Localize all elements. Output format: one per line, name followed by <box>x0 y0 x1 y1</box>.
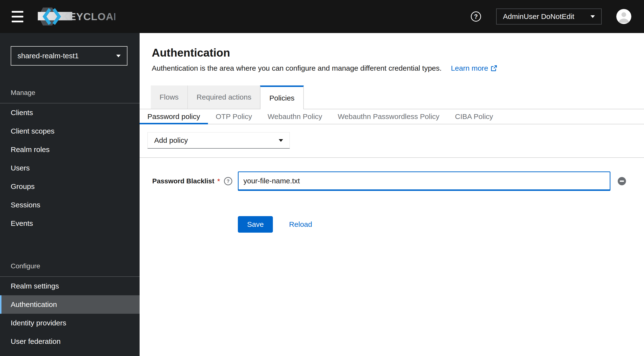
nav-section-title-configure: Configure <box>11 262 140 270</box>
avatar-person-icon <box>616 9 631 24</box>
form-row-password-blacklist: Password Blacklist * ? <box>152 172 632 191</box>
hamburger-bar <box>12 11 23 13</box>
minus-circle-icon <box>618 177 626 185</box>
sidebar-item-events[interactable]: Events <box>0 214 140 233</box>
subtab-ciba-policy[interactable]: CIBA Policy <box>447 109 501 124</box>
keycloak-admin-console: KEYCLOAK ? AdminUser DoNotEdit shared-re… <box>0 0 644 356</box>
sidebar-item-sessions[interactable]: Sessions <box>0 196 140 214</box>
learn-more-label: Learn more <box>451 64 488 72</box>
sidebar-item-realm-settings[interactable]: Realm settings <box>0 277 140 295</box>
external-link-icon <box>490 65 497 72</box>
field-label-group: Password Blacklist * ? <box>152 177 238 185</box>
add-policy-select[interactable]: Add policy <box>148 132 290 149</box>
subtabs-strip: Password policy OTP Policy Webauthn Poli… <box>140 109 644 124</box>
sidebar-item-identity-providers[interactable]: Identity providers <box>0 314 140 332</box>
password-policy-form: Password Blacklist * ? Save Reload <box>140 158 644 233</box>
sidebar-item-clients[interactable]: Clients <box>0 103 140 122</box>
subtab-password-policy[interactable]: Password policy <box>140 109 208 124</box>
masthead: KEYCLOAK ? AdminUser DoNotEdit <box>0 0 644 33</box>
tab-required-actions[interactable]: Required actions <box>187 85 260 109</box>
sidebar-item-authentication[interactable]: Authentication <box>0 295 140 314</box>
chevron-down-icon <box>590 15 595 18</box>
realm-selector-value: shared-realm-test1 <box>18 52 79 60</box>
remove-policy-button[interactable] <box>618 177 626 185</box>
page-title: Authentication <box>152 46 632 59</box>
learn-more-link[interactable]: Learn more <box>451 64 497 72</box>
sidebar-item-users[interactable]: Users <box>0 159 140 177</box>
field-help-icon[interactable]: ? <box>224 177 232 185</box>
chevron-down-icon <box>279 139 283 142</box>
required-indicator: * <box>217 177 220 185</box>
reload-link[interactable]: Reload <box>289 220 312 228</box>
page-description: Authentication is the area where you can… <box>152 64 442 72</box>
sidebar-item-realm-roles[interactable]: Realm roles <box>0 140 140 159</box>
sidebar-item-groups[interactable]: Groups <box>0 177 140 196</box>
sidebar-nav: shared-realm-test1 Manage Clients Client… <box>0 33 140 356</box>
policy-toolbar: Add policy <box>140 124 644 157</box>
hamburger-bar <box>12 21 23 22</box>
help-icon[interactable]: ? <box>471 11 481 22</box>
save-button[interactable]: Save <box>238 216 273 233</box>
password-blacklist-input[interactable] <box>238 172 610 191</box>
page-head: Authentication Authentication is the are… <box>140 33 644 72</box>
brand-wordmark: KEYCLOAK <box>62 11 115 22</box>
sidebar-item-user-federation[interactable]: User federation <box>0 332 140 351</box>
tab-flows[interactable]: Flows <box>151 85 187 109</box>
nav-toggle-hamburger-icon[interactable] <box>12 11 23 22</box>
nav-section-title-manage: Manage <box>11 89 140 97</box>
hamburger-bar <box>12 16 23 17</box>
masthead-right: ? AdminUser DoNotEdit <box>471 8 631 24</box>
subtab-webauthn-policy[interactable]: Webauthn Policy <box>260 109 330 124</box>
field-label: Password Blacklist <box>152 177 214 185</box>
tabs-strip: Flows Required actions Policies <box>140 85 644 109</box>
add-policy-label: Add policy <box>154 136 188 145</box>
main-content: Authentication Authentication is the are… <box>140 33 644 356</box>
page-description-row: Authentication is the area where you can… <box>152 64 632 72</box>
form-actions: Save Reload <box>238 216 632 233</box>
realm-selector[interactable]: shared-realm-test1 <box>11 46 128 66</box>
chevron-down-icon <box>116 55 121 57</box>
tab-policies[interactable]: Policies <box>260 85 304 109</box>
avatar[interactable] <box>616 9 631 24</box>
keycloak-logo[interactable]: KEYCLOAK <box>38 7 115 25</box>
user-menu-dropdown[interactable]: AdminUser DoNotEdit <box>496 8 602 24</box>
app-body: shared-realm-test1 Manage Clients Client… <box>0 33 644 356</box>
user-menu-label: AdminUser DoNotEdit <box>503 12 574 21</box>
subtab-webauthn-passwordless-policy[interactable]: Webauthn Passwordless Policy <box>330 109 447 124</box>
sidebar-item-client-scopes[interactable]: Client scopes <box>0 122 140 140</box>
subtab-otp-policy[interactable]: OTP Policy <box>208 109 260 124</box>
keycloak-logo-graphic: KEYCLOAK <box>38 7 115 25</box>
